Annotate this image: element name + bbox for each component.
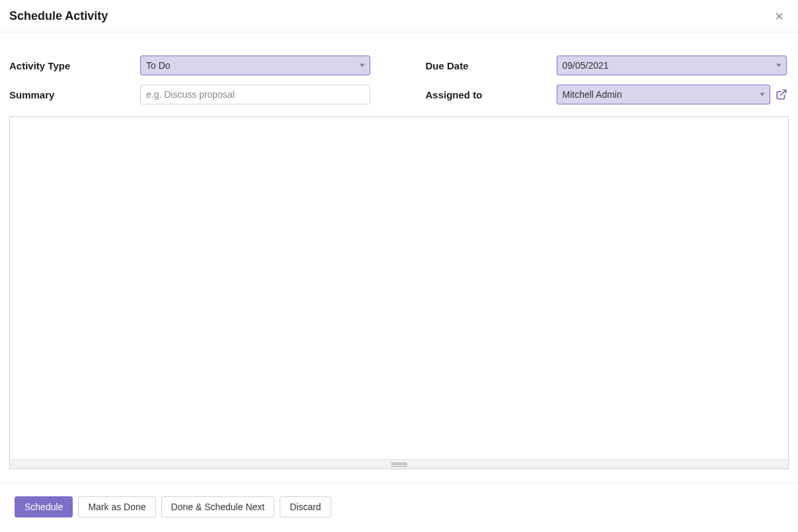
field-activity-type: Activity Type To Do (9, 56, 399, 75)
dialog-header: Schedule Activity × (0, 0, 798, 32)
external-link-button[interactable] (774, 87, 789, 102)
done-schedule-next-button[interactable]: Done & Schedule Next (161, 496, 275, 517)
summary-label: Summary (9, 89, 140, 100)
activity-type-select-wrapper[interactable]: To Do (140, 56, 370, 75)
summary-input[interactable] (140, 85, 370, 104)
field-summary: Summary (9, 85, 399, 104)
notes-area (9, 116, 789, 469)
activity-type-label: Activity Type (9, 60, 140, 71)
due-date-control: 09/05/2021 (557, 56, 789, 75)
assigned-to-select[interactable]: Mitchell Admin (557, 85, 771, 104)
svg-line-0 (781, 90, 786, 95)
discard-button[interactable]: Discard (280, 496, 331, 517)
due-date-select[interactable]: 09/05/2021 (557, 56, 787, 75)
resize-handle[interactable] (10, 459, 788, 469)
assigned-to-select-wrapper[interactable]: Mitchell Admin (557, 85, 771, 104)
dialog-title: Schedule Activity (9, 9, 108, 23)
due-date-select-wrapper[interactable]: 09/05/2021 (557, 56, 787, 75)
assigned-to-control: Mitchell Admin (557, 85, 789, 104)
dialog-footer: Schedule Mark as Done Done & Schedule Ne… (0, 482, 798, 532)
mark-done-button[interactable]: Mark as Done (78, 496, 155, 517)
notes-editor[interactable] (10, 117, 788, 459)
due-date-label: Due Date (426, 60, 557, 71)
close-icon: × (775, 8, 783, 24)
schedule-activity-dialog: Schedule Activity × Activity Type To Do … (0, 0, 798, 532)
assigned-to-label: Assigned to (426, 89, 557, 100)
summary-control (140, 85, 399, 104)
schedule-button[interactable]: Schedule (15, 496, 73, 517)
resize-grip-icon (391, 463, 407, 467)
activity-type-select[interactable]: To Do (140, 56, 370, 75)
external-link-icon (776, 89, 787, 100)
close-button[interactable]: × (772, 9, 786, 24)
form-grid: Activity Type To Do Due Date 09/05/2021 (9, 56, 789, 104)
field-assigned-to: Assigned to Mitchell Admin (399, 85, 789, 104)
dialog-body: Activity Type To Do Due Date 09/05/2021 (0, 32, 798, 482)
field-due-date: Due Date 09/05/2021 (399, 56, 789, 75)
activity-type-control: To Do (140, 56, 399, 75)
